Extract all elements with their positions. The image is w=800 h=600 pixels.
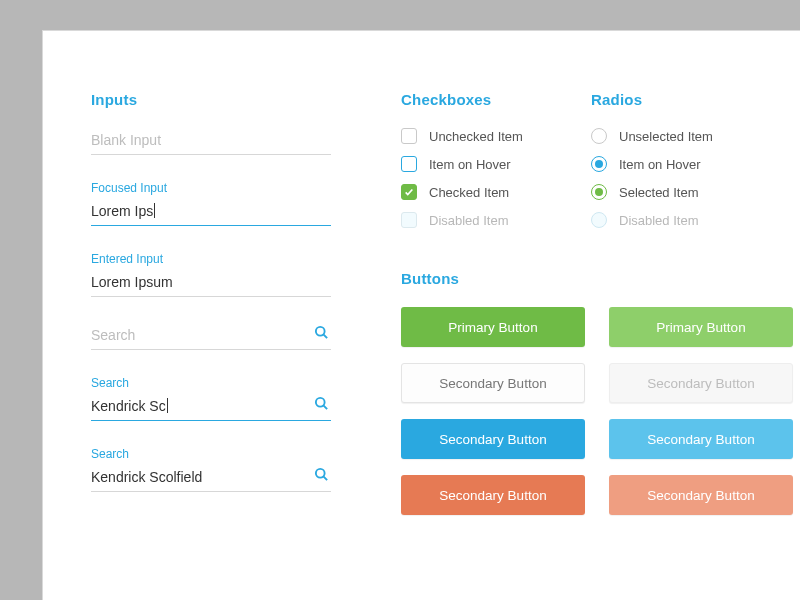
radio-icon	[591, 184, 607, 200]
secondary-button-blue-hover[interactable]: Secondary Button	[609, 419, 793, 459]
search-input-focused[interactable]: Kendrick Sc	[91, 394, 331, 421]
secondary-button-grey-hover: Secondary Button	[609, 363, 793, 403]
search-filled-label: Search	[91, 447, 331, 461]
svg-point-4	[316, 469, 325, 478]
search-icon[interactable]	[314, 396, 329, 414]
checkboxes-column: Checkboxes Unchecked Item Item on Hover …	[401, 91, 591, 240]
inputs-column: Inputs Focused Input Lorem Ips Entered I…	[91, 91, 331, 531]
search-input-filled[interactable]	[91, 465, 331, 492]
buttons-heading: Buttons	[401, 270, 800, 287]
primary-button[interactable]: Primary Button	[401, 307, 585, 347]
checkboxes-heading: Checkboxes	[401, 91, 591, 108]
text-caret-icon	[154, 203, 155, 218]
radios-heading: Radios	[591, 91, 781, 108]
entered-input[interactable]	[91, 270, 331, 297]
radio-item-disabled: Disabled Item	[591, 212, 781, 228]
secondary-button-orange[interactable]: Secondary Button	[401, 475, 585, 515]
svg-line-1	[323, 334, 327, 338]
radio-icon	[591, 128, 607, 144]
radio-item-unselected[interactable]: Unselected Item	[591, 128, 781, 144]
checkbox-icon	[401, 212, 417, 228]
blank-input[interactable]	[91, 128, 331, 155]
focused-input-value: Lorem Ips	[91, 203, 153, 219]
radio-icon	[591, 212, 607, 228]
radio-label: Item on Hover	[619, 157, 701, 172]
design-canvas: Inputs Focused Input Lorem Ips Entered I…	[42, 30, 800, 600]
checkbox-label: Unchecked Item	[429, 129, 523, 144]
radio-item-selected[interactable]: Selected Item	[591, 184, 781, 200]
focused-input-group: Focused Input Lorem Ips	[91, 181, 331, 226]
search-icon[interactable]	[314, 467, 329, 485]
checkbox-icon	[401, 128, 417, 144]
radio-label: Selected Item	[619, 185, 699, 200]
radio-item-hover[interactable]: Item on Hover	[591, 156, 781, 172]
right-column: Checkboxes Unchecked Item Item on Hover …	[401, 91, 800, 531]
entered-input-group: Entered Input	[91, 252, 331, 297]
search-input-blank[interactable]	[91, 323, 331, 350]
search-focused-value: Kendrick Sc	[91, 398, 166, 414]
search-filled-group: Search	[91, 447, 331, 492]
search-focused-group: Search Kendrick Sc	[91, 376, 331, 421]
radio-label: Disabled Item	[619, 213, 698, 228]
checkbox-item-disabled: Disabled Item	[401, 212, 591, 228]
svg-line-3	[323, 405, 327, 409]
primary-button-hover[interactable]: Primary Button	[609, 307, 793, 347]
checkbox-item-unchecked[interactable]: Unchecked Item	[401, 128, 591, 144]
checkbox-icon	[401, 184, 417, 200]
search-icon[interactable]	[314, 325, 329, 343]
focused-input[interactable]: Lorem Ips	[91, 199, 331, 226]
checkbox-label: Item on Hover	[429, 157, 511, 172]
buttons-grid: Primary Button Primary Button Secondary …	[401, 307, 800, 515]
entered-input-label: Entered Input	[91, 252, 331, 266]
blank-input-group	[91, 128, 331, 155]
inputs-heading: Inputs	[91, 91, 331, 108]
radio-icon	[591, 156, 607, 172]
radio-label: Unselected Item	[619, 129, 713, 144]
checkbox-icon	[401, 156, 417, 172]
svg-point-0	[316, 327, 325, 336]
checkbox-item-checked[interactable]: Checked Item	[401, 184, 591, 200]
checkbox-label: Checked Item	[429, 185, 509, 200]
text-caret-icon	[167, 398, 168, 413]
search-blank-group	[91, 323, 331, 350]
secondary-button-blue[interactable]: Secondary Button	[401, 419, 585, 459]
svg-line-5	[323, 476, 327, 480]
checkbox-item-hover[interactable]: Item on Hover	[401, 156, 591, 172]
search-focused-label: Search	[91, 376, 331, 390]
radios-column: Radios Unselected Item Item on Hover Sel…	[591, 91, 781, 240]
svg-point-2	[316, 398, 325, 407]
secondary-button-grey[interactable]: Secondary Button	[401, 363, 585, 403]
focused-input-label: Focused Input	[91, 181, 331, 195]
checkbox-label: Disabled Item	[429, 213, 508, 228]
secondary-button-orange-hover[interactable]: Secondary Button	[609, 475, 793, 515]
